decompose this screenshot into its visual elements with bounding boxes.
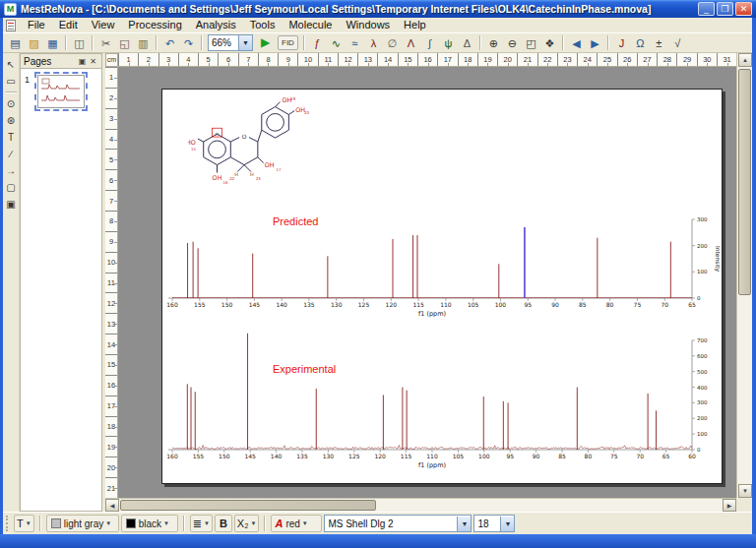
baseline-correction-icon[interactable]: ≈ <box>346 34 363 51</box>
bold-button[interactable]: B <box>215 515 232 532</box>
maximize-button[interactable]: ❐ <box>717 2 733 16</box>
ruler-mark: 2 <box>138 53 158 66</box>
menu-item-analysis[interactable]: Analysis <box>189 18 243 32</box>
horizontal-scrollbar[interactable]: ◀ ▶ <box>105 498 736 512</box>
menu-item-processing[interactable]: Processing <box>121 18 188 32</box>
ruler-mark: 29 <box>676 53 696 66</box>
font-color-combo[interactable]: A red ▼ <box>271 515 322 532</box>
subscript-combo[interactable]: X₂▼ <box>234 515 260 532</box>
scroll-left-icon[interactable]: ◀ <box>105 499 119 512</box>
ruler-mark: 28 <box>657 53 676 66</box>
line-tool-icon[interactable]: ∕ <box>4 147 19 161</box>
format-toolbar: T▼ light gray ▼ black ▼ ≣▼ B X₂▼ A red ▼… <box>3 512 752 534</box>
phase-correction-icon[interactable]: ∿ <box>328 34 345 51</box>
image-tool-icon[interactable]: ▣ <box>4 197 19 212</box>
list-style-combo[interactable]: ≣▼ <box>190 515 213 532</box>
zoom-out-icon[interactable]: ⊖ <box>504 34 521 51</box>
ruler-mark: 30 <box>697 53 717 66</box>
expand-full-icon[interactable]: ◰ <box>523 34 539 51</box>
close-button[interactable]: ✕ <box>735 2 752 16</box>
pan-icon[interactable]: ❖ <box>541 34 558 51</box>
document-page[interactable]: HOOHOOHOHOHHHH15161719202223 Predicted 1… <box>161 89 723 484</box>
svg-text:110: 110 <box>426 453 438 459</box>
menu-item-molecule[interactable]: Molecule <box>282 18 339 32</box>
ruler-mark: 17 <box>437 53 457 66</box>
next-page-tool-icon[interactable]: ▶ <box>587 34 603 51</box>
data-analysis-icon[interactable]: ± <box>651 34 667 51</box>
scroll-up-icon[interactable]: ▲ <box>738 53 752 67</box>
ruler-mark: 1 <box>105 67 117 88</box>
menu-item-windows[interactable]: Windows <box>339 18 397 32</box>
vertical-scrollbar[interactable]: ▲ ▼ <box>736 53 752 498</box>
menu-item-help[interactable]: Help <box>397 18 433 32</box>
molecule-drawing[interactable]: HOOHOOHOHOHHHH15161719202223 <box>188 95 310 190</box>
j-coupling-icon[interactable]: J <box>613 34 630 51</box>
line-color-label: black <box>139 518 161 529</box>
ruler-mark: 16 <box>105 375 117 396</box>
menu-item-tools[interactable]: Tools <box>243 18 283 32</box>
minimize-button[interactable]: _ <box>698 2 715 16</box>
ruler-mark: 5 <box>198 53 218 66</box>
scroll-right-icon[interactable]: ▶ <box>723 499 736 512</box>
chevron-down-icon[interactable]: ▼ <box>238 35 252 50</box>
experimental-spectrum[interactable]: 1601551501451401351301251201151101051009… <box>164 326 722 481</box>
horizontal-scroll-thumb[interactable] <box>120 500 376 511</box>
script-tool-icon[interactable]: √ <box>669 34 686 51</box>
cut-icon[interactable]: ✂ <box>97 34 114 51</box>
menu-item-edit[interactable]: Edit <box>52 18 85 32</box>
apodization-icon[interactable]: λ <box>365 34 382 51</box>
title-bar[interactable]: M MestReNova - [C:\Documents and Setting… <box>0 0 756 18</box>
fid-button[interactable]: FID <box>278 35 298 50</box>
run-button[interactable]: ▶ <box>257 34 274 51</box>
font-family-combo[interactable]: MS Shell Dlg 2 ▼ <box>324 515 472 532</box>
copy-icon[interactable]: ◱ <box>116 34 133 51</box>
zero-filling-icon[interactable]: ∅ <box>384 34 401 51</box>
peak-picking-icon[interactable]: Λ <box>403 34 419 51</box>
page-thumbnail[interactable] <box>37 75 85 108</box>
vertical-scroll-thumb[interactable] <box>738 69 751 295</box>
svg-text:200: 200 <box>697 415 708 421</box>
previous-page-tool-icon[interactable]: ◀ <box>568 34 585 51</box>
document-canvas[interactable]: HOOHOOHOHOHHHH15161719202223 Predicted 1… <box>118 67 736 498</box>
undo-icon[interactable]: ↶ <box>161 34 178 51</box>
text-tool-button[interactable]: T▼ <box>14 515 34 532</box>
svg-text:15: 15 <box>191 147 196 152</box>
ruler-mark: 1 <box>118 53 138 66</box>
document-icon[interactable] <box>6 20 16 31</box>
menu-item-file[interactable]: File <box>21 18 52 32</box>
svg-text:120: 120 <box>386 301 398 308</box>
spin-simulation-icon[interactable]: Ω <box>632 34 649 51</box>
pan-tool-icon[interactable]: ⊛ <box>4 113 19 128</box>
redo-icon[interactable]: ↷ <box>180 34 197 51</box>
dock-pin-icon[interactable]: ▣ <box>77 57 88 66</box>
integration-icon[interactable]: ∫ <box>421 34 438 51</box>
application-window: M MestReNova - [C:\Documents and Setting… <box>0 0 756 548</box>
line-color-combo[interactable]: black ▼ <box>121 515 178 532</box>
new-document-icon[interactable]: ▤ <box>7 34 24 51</box>
zoom-level-combo[interactable]: 66% ▼ <box>208 34 253 51</box>
svg-text:100: 100 <box>478 453 490 459</box>
paste-icon[interactable]: ▥ <box>135 34 152 51</box>
multiplet-analysis-icon[interactable]: ψ <box>440 34 457 51</box>
font-size-combo[interactable]: 18 ▼ <box>473 515 515 532</box>
marquee-select-tool-icon[interactable]: ▭ <box>4 74 19 89</box>
rectangle-tool-icon[interactable]: ▢ <box>4 180 19 195</box>
open-file-icon[interactable]: ▨ <box>26 34 42 51</box>
close-panel-icon[interactable]: ✕ <box>88 57 98 66</box>
text-tool-icon[interactable]: T <box>4 130 19 145</box>
pointer-tool-icon[interactable]: ↖ <box>4 57 19 72</box>
svg-text:75: 75 <box>634 301 642 308</box>
reference-icon[interactable]: Δ <box>459 34 475 51</box>
arrow-annotation-tool-icon[interactable]: → <box>4 163 19 178</box>
scroll-down-icon[interactable]: ▼ <box>738 484 752 498</box>
save-file-icon[interactable]: ▦ <box>44 34 61 51</box>
fill-color-combo[interactable]: light gray ▼ <box>46 515 119 532</box>
menu-item-view[interactable]: View <box>85 18 122 32</box>
zoom-in-icon[interactable]: ⊕ <box>485 34 502 51</box>
print-icon[interactable]: ◫ <box>71 34 88 51</box>
fourier-transform-icon[interactable]: ƒ <box>309 34 326 51</box>
predicted-spectrum[interactable]: 1601551501451401351301251201151101051009… <box>164 196 722 326</box>
zoom-tool-icon[interactable]: ⊙ <box>4 96 19 111</box>
ruler-mark: 15 <box>398 53 417 66</box>
toolbar-grip[interactable] <box>6 516 9 531</box>
